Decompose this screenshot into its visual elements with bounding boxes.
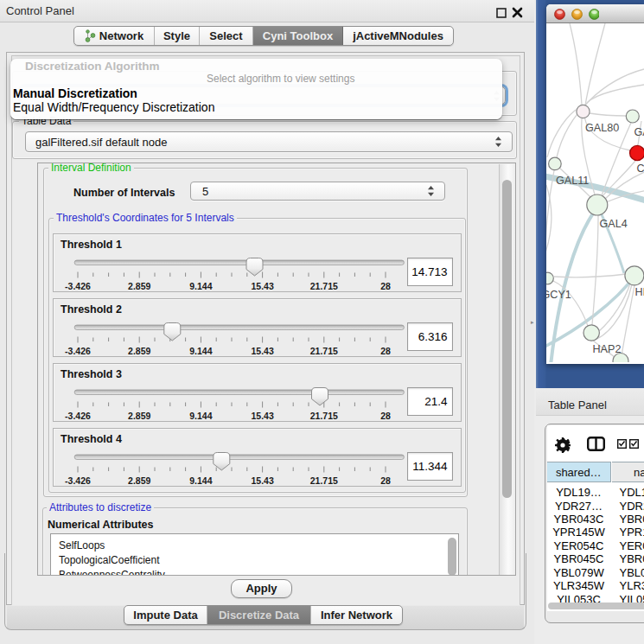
svg-text:HI: HI — [635, 286, 644, 298]
svg-text:15.43: 15.43 — [251, 411, 273, 421]
svg-text:9.144: 9.144 — [189, 411, 212, 421]
svg-text:28: 28 — [380, 475, 391, 486]
svg-text:15.43: 15.43 — [251, 281, 273, 291]
svg-text:15.43: 15.43 — [251, 475, 273, 486]
svg-text:GAL4: GAL4 — [600, 218, 628, 230]
svg-text:21.715: 21.715 — [310, 411, 338, 421]
svg-text:-3.426: -3.426 — [65, 411, 91, 421]
svg-text:-3.426: -3.426 — [65, 281, 91, 291]
svg-text:28: 28 — [380, 411, 391, 421]
svg-text:HAP2: HAP2 — [593, 343, 622, 355]
svg-text:-3.426: -3.426 — [65, 475, 91, 486]
svg-text:-3.426: -3.426 — [65, 346, 91, 356]
svg-text:2.859: 2.859 — [128, 475, 150, 486]
svg-text:9.144: 9.144 — [189, 346, 212, 356]
svg-text:15.43: 15.43 — [251, 346, 273, 356]
svg-text:2.859: 2.859 — [128, 346, 150, 356]
svg-text:GCY1: GCY1 — [546, 289, 571, 301]
svg-text:21.715: 21.715 — [310, 281, 338, 291]
svg-text:28: 28 — [380, 346, 391, 356]
svg-text:2.859: 2.859 — [128, 281, 150, 291]
svg-text:GAL80: GAL80 — [585, 122, 619, 134]
svg-text:C: C — [637, 163, 644, 175]
svg-text:GAL11: GAL11 — [556, 175, 589, 187]
svg-text:9.144: 9.144 — [189, 475, 212, 486]
svg-text:2.859: 2.859 — [128, 411, 150, 421]
svg-text:9.144: 9.144 — [189, 281, 212, 291]
svg-text:21.715: 21.715 — [310, 346, 338, 356]
svg-text:28: 28 — [380, 281, 391, 291]
svg-text:GA: GA — [634, 126, 644, 138]
svg-text:21.715: 21.715 — [310, 475, 338, 486]
